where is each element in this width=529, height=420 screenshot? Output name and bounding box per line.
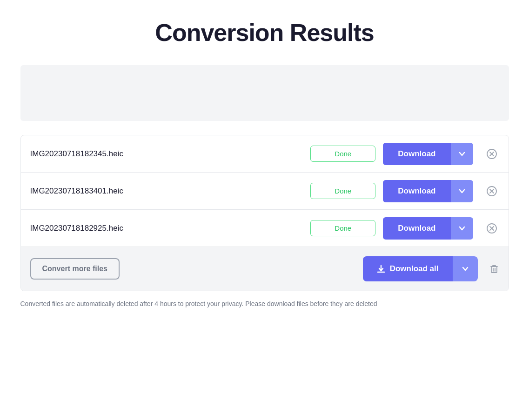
done-button-3[interactable]: Done bbox=[310, 220, 375, 236]
file-row: IMG20230718183401.heic Done Download bbox=[21, 173, 509, 210]
close-circle-icon bbox=[486, 223, 497, 234]
file-row: IMG20230718182925.heic Done Download bbox=[21, 210, 509, 247]
ad-banner bbox=[20, 65, 509, 121]
svg-rect-11 bbox=[491, 267, 497, 273]
convert-more-button[interactable]: Convert more files bbox=[30, 258, 120, 280]
download-group-3: Download bbox=[383, 217, 473, 240]
results-container: IMG20230718182345.heic Done Download IMG… bbox=[20, 135, 509, 291]
download-all-button[interactable]: Download all bbox=[363, 256, 453, 281]
file-row: IMG20230718182345.heic Done Download bbox=[21, 135, 509, 173]
chevron-down-icon bbox=[458, 225, 466, 232]
chevron-down-icon bbox=[462, 265, 469, 273]
download-group-2: Download bbox=[383, 180, 473, 202]
done-button-2[interactable]: Done bbox=[310, 183, 375, 199]
done-button-1[interactable]: Done bbox=[310, 146, 375, 162]
download-all-group: Download all bbox=[363, 256, 478, 281]
download-button-1[interactable]: Download bbox=[383, 143, 450, 165]
close-button-1[interactable] bbox=[484, 147, 499, 161]
file-name-1: IMG20230718182345.heic bbox=[30, 149, 303, 159]
download-button-2[interactable]: Download bbox=[383, 180, 450, 202]
download-all-dropdown[interactable] bbox=[453, 256, 478, 281]
close-button-2[interactable] bbox=[484, 184, 499, 199]
chevron-down-icon bbox=[458, 187, 466, 195]
privacy-note: Converted files are automatically delete… bbox=[20, 299, 509, 309]
chevron-down-icon bbox=[458, 150, 466, 158]
page-title: Conversion Results bbox=[155, 19, 374, 47]
trash-icon bbox=[489, 264, 499, 274]
close-button-3[interactable] bbox=[484, 221, 499, 236]
download-dropdown-3[interactable] bbox=[451, 217, 473, 240]
delete-all-button[interactable] bbox=[489, 264, 499, 274]
file-name-3: IMG20230718182925.heic bbox=[30, 224, 303, 233]
download-group-1: Download bbox=[383, 143, 473, 165]
download-button-3[interactable]: Download bbox=[383, 217, 450, 240]
download-all-label: Download all bbox=[390, 264, 439, 273]
close-circle-icon bbox=[486, 148, 497, 160]
close-circle-icon bbox=[486, 186, 497, 197]
footer-row: Convert more files Download all bbox=[21, 247, 509, 291]
file-name-2: IMG20230718183401.heic bbox=[30, 187, 303, 196]
download-icon bbox=[377, 265, 385, 273]
download-dropdown-1[interactable] bbox=[451, 143, 473, 165]
download-dropdown-2[interactable] bbox=[451, 180, 473, 202]
